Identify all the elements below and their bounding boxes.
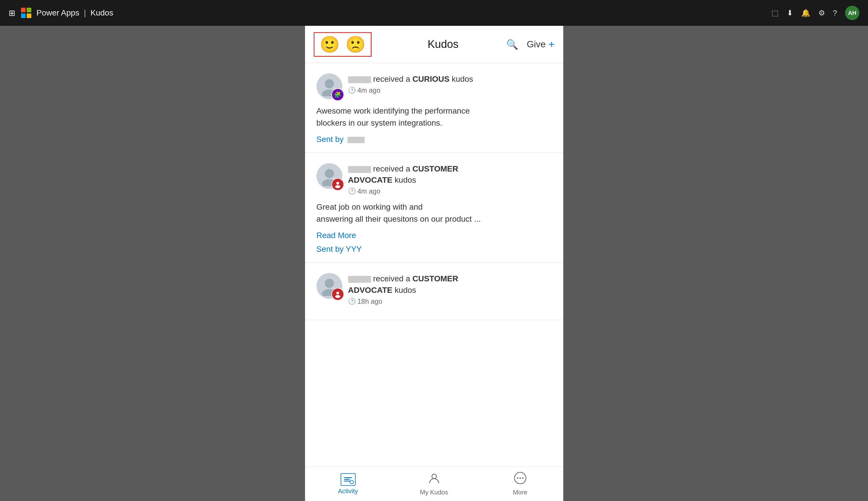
activity-label: Activity	[338, 488, 358, 495]
my-kudos-label: My Kudos	[420, 489, 448, 496]
recipient-name-redacted	[348, 76, 371, 83]
svg-point-4	[336, 182, 339, 185]
recipient-name-redacted	[348, 166, 371, 173]
top-navigation: ⊞ Power Apps | Kudos ⬚ ⬇ 🔔 ⚙ ? AH	[0, 0, 868, 26]
card-header-row: received a CUSTOMERADVOCATE kudos 🕐 4m a…	[316, 163, 552, 195]
kudos-type-label: CURIOUS	[412, 75, 449, 84]
card-header-row: 🧩 received a CURIOUS kudos 🕐 4m ago	[316, 73, 552, 99]
avatar-container: 🧩	[316, 73, 342, 99]
time-label: 18h ago	[357, 297, 383, 306]
svg-point-9	[335, 295, 340, 298]
activity-line-1	[344, 477, 352, 478]
svg-point-10	[432, 474, 437, 479]
kudos-card: received a CUSTOMERADVOCATE kudos 🕐 18h …	[305, 263, 563, 320]
avatar-container	[316, 273, 342, 299]
svg-point-8	[336, 292, 339, 295]
clock-icon: 🕐	[348, 188, 356, 195]
badge-avatar	[332, 178, 344, 191]
bottom-nav-item-more[interactable]: More	[477, 467, 563, 501]
card-time: 🕐 4m ago	[348, 187, 552, 195]
card-header-row: received a CUSTOMERADVOCATE kudos 🕐 18h …	[316, 273, 552, 305]
nav-icon-group: ⬚ ⬇ 🔔 ⚙ ? AH	[772, 6, 859, 20]
card-title: received a CUSTOMERADVOCATE kudos	[348, 163, 552, 185]
search-icon[interactable]: 🔍	[506, 39, 518, 50]
layout-icon[interactable]: ⬚	[772, 9, 779, 18]
card-time: 🕐 18h ago	[348, 297, 552, 306]
time-label: 4m ago	[357, 187, 380, 195]
bottom-nav-item-my-kudos[interactable]: My Kudos	[391, 467, 477, 501]
svg-point-2	[325, 169, 334, 178]
badge-avatar: 🧩	[332, 88, 344, 101]
user-avatar[interactable]: AH	[845, 6, 859, 20]
sent-by[interactable]: Sent by	[316, 135, 552, 144]
svg-point-6	[325, 279, 334, 288]
svg-point-14	[522, 478, 523, 479]
svg-point-13	[519, 478, 521, 479]
happy-face-icon[interactable]: 🙂	[320, 36, 340, 53]
card-info: received a CUSTOMERADVOCATE kudos 🕐 18h …	[348, 273, 552, 305]
more-icon	[514, 472, 526, 487]
panel-header: 🙂 🙁 Kudos 🔍 Give +	[305, 26, 563, 63]
app-panel: 🙂 🙁 Kudos 🔍 Give +	[305, 26, 563, 501]
my-kudos-icon	[428, 472, 440, 487]
clock-icon: 🕐	[348, 298, 356, 305]
panel-title: Kudos	[380, 38, 506, 51]
kudos-feed: 🧩 received a CURIOUS kudos 🕐 4m ago	[305, 63, 563, 467]
badge-avatar	[332, 288, 344, 300]
bottom-navigation: Activity My Kudos	[305, 467, 563, 501]
bell-icon[interactable]: 🔔	[801, 9, 810, 18]
recipient-name-redacted	[348, 276, 371, 283]
brand-separator: |	[84, 8, 86, 17]
kudos-card: 🧩 received a CURIOUS kudos 🕐 4m ago	[305, 63, 563, 153]
sender-name-redacted	[347, 137, 365, 143]
grid-icon[interactable]: ⊞	[9, 8, 15, 18]
card-info: received a CURIOUS kudos 🕐 4m ago	[348, 73, 552, 94]
give-button[interactable]: Give +	[527, 39, 555, 51]
sad-face-icon[interactable]: 🙁	[345, 36, 366, 53]
give-label: Give	[527, 39, 546, 50]
card-body: Awesome work identifying the performance…	[316, 105, 552, 129]
card-info: received a CUSTOMERADVOCATE kudos 🕐 4m a…	[348, 163, 552, 195]
svg-point-12	[517, 478, 518, 479]
app-brand: Power Apps | Kudos	[36, 8, 113, 18]
read-more-link[interactable]: Read More	[316, 231, 552, 240]
give-plus-icon: +	[548, 39, 554, 51]
time-label: 4m ago	[357, 86, 380, 94]
emoji-highlight-box: 🙂 🙁	[314, 32, 372, 57]
settings-icon[interactable]: ⚙	[818, 9, 825, 18]
activity-dot	[350, 480, 354, 484]
help-icon[interactable]: ?	[833, 9, 837, 18]
microsoft-logo	[21, 8, 31, 18]
kudos-card: received a CUSTOMERADVOCATE kudos 🕐 4m a…	[305, 153, 563, 263]
main-content-area: 🙂 🙁 Kudos 🔍 Give +	[0, 26, 868, 501]
app-name-label: Power Apps	[36, 8, 79, 17]
more-label: More	[513, 489, 527, 496]
svg-point-5	[335, 185, 340, 188]
kudos-app-label: Kudos	[91, 8, 113, 17]
svg-point-0	[325, 79, 334, 88]
activity-icon	[341, 473, 356, 486]
card-time: 🕐 4m ago	[348, 86, 552, 94]
card-title: received a CURIOUS kudos	[348, 73, 552, 85]
card-body: Great job on working with and answering …	[316, 201, 552, 225]
activity-line-2	[344, 479, 350, 480]
card-title: received a CUSTOMERADVOCATE kudos	[348, 273, 552, 295]
sent-by[interactable]: Sent by YYY	[316, 245, 552, 254]
download-icon[interactable]: ⬇	[787, 9, 793, 18]
clock-icon: 🕐	[348, 87, 356, 94]
avatar-container	[316, 163, 342, 189]
bottom-nav-item-activity[interactable]: Activity	[305, 467, 391, 501]
